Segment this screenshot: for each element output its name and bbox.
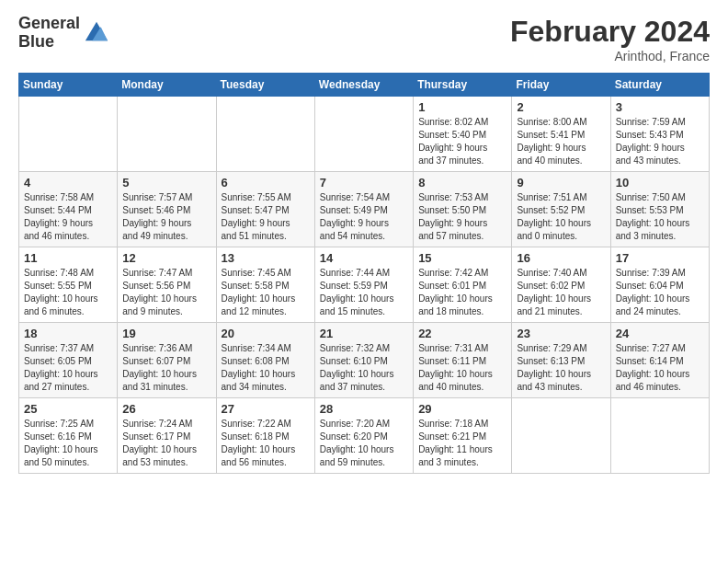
day-number: 7 bbox=[320, 176, 408, 190]
weekday-header-cell: Monday bbox=[118, 74, 216, 97]
day-content: Sunrise: 7:50 AM Sunset: 5:53 PM Dayligh… bbox=[616, 191, 704, 243]
day-content: Sunrise: 7:24 AM Sunset: 6:17 PM Dayligh… bbox=[122, 418, 210, 469]
calendar-week-row: 11Sunrise: 7:48 AM Sunset: 5:55 PM Dayli… bbox=[19, 247, 710, 323]
day-number: 27 bbox=[222, 402, 310, 416]
day-number: 22 bbox=[418, 327, 506, 340]
day-number: 26 bbox=[122, 402, 210, 416]
calendar-cell bbox=[118, 97, 216, 172]
calendar-week-row: 1Sunrise: 8:02 AM Sunset: 5:40 PM Daylig… bbox=[19, 97, 710, 172]
weekday-header-cell: Saturday bbox=[610, 74, 709, 97]
calendar-cell: 1Sunrise: 8:02 AM Sunset: 5:40 PM Daylig… bbox=[414, 97, 512, 172]
calendar-cell: 12Sunrise: 7:47 AM Sunset: 5:56 PM Dayli… bbox=[118, 247, 216, 323]
calendar-cell bbox=[216, 97, 314, 172]
weekday-header-cell: Friday bbox=[512, 74, 610, 97]
day-number: 23 bbox=[517, 327, 605, 340]
day-content: Sunrise: 7:58 AM Sunset: 5:44 PM Dayligh… bbox=[24, 191, 112, 243]
calendar-cell: 27Sunrise: 7:22 AM Sunset: 6:18 PM Dayli… bbox=[216, 398, 314, 474]
day-number: 1 bbox=[418, 100, 506, 114]
day-number: 21 bbox=[320, 327, 408, 340]
day-number: 12 bbox=[122, 251, 210, 265]
calendar-body: 1Sunrise: 8:02 AM Sunset: 5:40 PM Daylig… bbox=[19, 97, 710, 474]
day-number: 20 bbox=[222, 327, 310, 340]
weekday-header-cell: Thursday bbox=[414, 74, 512, 97]
day-number: 8 bbox=[418, 176, 506, 190]
day-content: Sunrise: 7:20 AM Sunset: 6:20 PM Dayligh… bbox=[320, 418, 408, 469]
day-content: Sunrise: 7:18 AM Sunset: 6:21 PM Dayligh… bbox=[418, 418, 506, 469]
calendar-cell: 20Sunrise: 7:34 AM Sunset: 6:08 PM Dayli… bbox=[216, 323, 314, 398]
day-number: 4 bbox=[24, 176, 112, 190]
calendar-cell: 25Sunrise: 7:25 AM Sunset: 6:16 PM Dayli… bbox=[19, 398, 118, 474]
day-content: Sunrise: 7:34 AM Sunset: 6:08 PM Dayligh… bbox=[222, 342, 310, 394]
day-content: Sunrise: 7:59 AM Sunset: 5:43 PM Dayligh… bbox=[616, 116, 704, 167]
calendar-cell bbox=[512, 398, 610, 474]
day-number: 28 bbox=[320, 402, 408, 416]
day-content: Sunrise: 7:39 AM Sunset: 6:04 PM Dayligh… bbox=[616, 267, 704, 318]
day-content: Sunrise: 7:32 AM Sunset: 6:10 PM Dayligh… bbox=[320, 342, 408, 394]
calendar-cell: 4Sunrise: 7:58 AM Sunset: 5:44 PM Daylig… bbox=[19, 172, 118, 247]
calendar-cell: 10Sunrise: 7:50 AM Sunset: 5:53 PM Dayli… bbox=[610, 172, 709, 247]
calendar-cell: 7Sunrise: 7:54 AM Sunset: 5:49 PM Daylig… bbox=[314, 172, 413, 247]
calendar-cell: 26Sunrise: 7:24 AM Sunset: 6:17 PM Dayli… bbox=[118, 398, 216, 474]
calendar-cell: 6Sunrise: 7:55 AM Sunset: 5:47 PM Daylig… bbox=[216, 172, 314, 247]
day-number: 3 bbox=[616, 100, 704, 114]
day-number: 16 bbox=[517, 251, 605, 265]
calendar-cell: 2Sunrise: 8:00 AM Sunset: 5:41 PM Daylig… bbox=[512, 97, 610, 172]
month-year: February 2024 bbox=[510, 15, 710, 49]
calendar-cell bbox=[314, 97, 413, 172]
day-content: Sunrise: 7:47 AM Sunset: 5:56 PM Dayligh… bbox=[122, 267, 210, 318]
day-number: 29 bbox=[418, 402, 506, 416]
calendar-cell: 13Sunrise: 7:45 AM Sunset: 5:58 PM Dayli… bbox=[216, 247, 314, 323]
day-content: Sunrise: 7:44 AM Sunset: 5:59 PM Dayligh… bbox=[320, 267, 408, 318]
weekday-header-cell: Wednesday bbox=[314, 74, 413, 97]
day-number: 11 bbox=[24, 251, 112, 265]
day-number: 2 bbox=[517, 100, 605, 114]
weekday-header-row: SundayMondayTuesdayWednesdayThursdayFrid… bbox=[19, 74, 710, 97]
day-content: Sunrise: 7:31 AM Sunset: 6:11 PM Dayligh… bbox=[418, 342, 506, 394]
logo-line2: Blue bbox=[18, 33, 80, 52]
calendar-cell: 9Sunrise: 7:51 AM Sunset: 5:52 PM Daylig… bbox=[512, 172, 610, 247]
day-content: Sunrise: 7:48 AM Sunset: 5:55 PM Dayligh… bbox=[24, 267, 112, 318]
day-content: Sunrise: 7:40 AM Sunset: 6:02 PM Dayligh… bbox=[517, 267, 605, 318]
day-content: Sunrise: 7:57 AM Sunset: 5:46 PM Dayligh… bbox=[122, 191, 210, 243]
day-content: Sunrise: 8:00 AM Sunset: 5:41 PM Dayligh… bbox=[517, 116, 605, 167]
day-content: Sunrise: 8:02 AM Sunset: 5:40 PM Dayligh… bbox=[418, 116, 506, 167]
calendar-cell bbox=[610, 398, 709, 474]
calendar-cell: 22Sunrise: 7:31 AM Sunset: 6:11 PM Dayli… bbox=[414, 323, 512, 398]
day-number: 9 bbox=[517, 176, 605, 190]
day-number: 24 bbox=[616, 327, 704, 340]
weekday-header-cell: Sunday bbox=[19, 74, 118, 97]
day-content: Sunrise: 7:45 AM Sunset: 5:58 PM Dayligh… bbox=[222, 267, 310, 318]
calendar-cell: 14Sunrise: 7:44 AM Sunset: 5:59 PM Dayli… bbox=[314, 247, 413, 323]
day-content: Sunrise: 7:55 AM Sunset: 5:47 PM Dayligh… bbox=[222, 191, 310, 243]
calendar-cell: 29Sunrise: 7:18 AM Sunset: 6:21 PM Dayli… bbox=[414, 398, 512, 474]
calendar-cell: 18Sunrise: 7:37 AM Sunset: 6:05 PM Dayli… bbox=[19, 323, 118, 398]
day-content: Sunrise: 7:54 AM Sunset: 5:49 PM Dayligh… bbox=[320, 191, 408, 243]
calendar-cell: 24Sunrise: 7:27 AM Sunset: 6:14 PM Dayli… bbox=[610, 323, 709, 398]
day-number: 18 bbox=[24, 327, 112, 340]
day-content: Sunrise: 7:53 AM Sunset: 5:50 PM Dayligh… bbox=[418, 191, 506, 243]
day-content: Sunrise: 7:29 AM Sunset: 6:13 PM Dayligh… bbox=[517, 342, 605, 394]
page-header: General Blue February 2024 Arinthod, Fra… bbox=[18, 15, 710, 63]
day-number: 13 bbox=[222, 251, 310, 265]
day-content: Sunrise: 7:22 AM Sunset: 6:18 PM Dayligh… bbox=[222, 418, 310, 469]
weekday-header-cell: Tuesday bbox=[216, 74, 314, 97]
day-content: Sunrise: 7:42 AM Sunset: 6:01 PM Dayligh… bbox=[418, 267, 506, 318]
calendar-week-row: 25Sunrise: 7:25 AM Sunset: 6:16 PM Dayli… bbox=[19, 398, 710, 474]
location: Arinthod, France bbox=[510, 49, 710, 63]
calendar-cell: 21Sunrise: 7:32 AM Sunset: 6:10 PM Dayli… bbox=[314, 323, 413, 398]
calendar-table: SundayMondayTuesdayWednesdayThursdayFrid… bbox=[18, 73, 710, 474]
day-number: 10 bbox=[616, 176, 704, 190]
calendar-cell bbox=[19, 97, 118, 172]
logo-line1: General bbox=[18, 15, 80, 33]
day-number: 19 bbox=[122, 327, 210, 340]
logo: General Blue bbox=[18, 15, 109, 52]
calendar-cell: 17Sunrise: 7:39 AM Sunset: 6:04 PM Dayli… bbox=[610, 247, 709, 323]
calendar-cell: 28Sunrise: 7:20 AM Sunset: 6:20 PM Dayli… bbox=[314, 398, 413, 474]
calendar-week-row: 18Sunrise: 7:37 AM Sunset: 6:05 PM Dayli… bbox=[19, 323, 710, 398]
calendar-week-row: 4Sunrise: 7:58 AM Sunset: 5:44 PM Daylig… bbox=[19, 172, 710, 247]
day-content: Sunrise: 7:25 AM Sunset: 6:16 PM Dayligh… bbox=[24, 418, 112, 469]
calendar-cell: 5Sunrise: 7:57 AM Sunset: 5:46 PM Daylig… bbox=[118, 172, 216, 247]
calendar-cell: 11Sunrise: 7:48 AM Sunset: 5:55 PM Dayli… bbox=[19, 247, 118, 323]
day-number: 25 bbox=[24, 402, 112, 416]
calendar-cell: 16Sunrise: 7:40 AM Sunset: 6:02 PM Dayli… bbox=[512, 247, 610, 323]
